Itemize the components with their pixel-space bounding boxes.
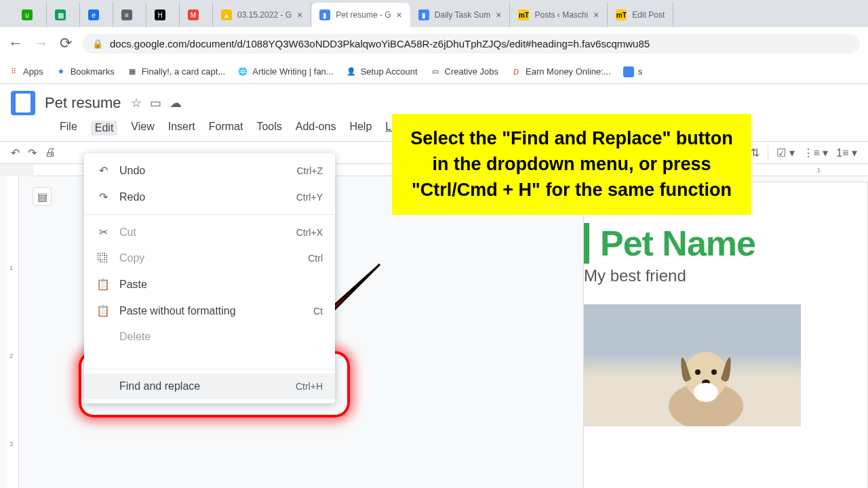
bookmark-creative[interactable]: ▭Creative Jobs xyxy=(430,66,498,77)
close-icon[interactable]: × xyxy=(397,9,402,20)
bookmark-article[interactable]: 🌐Article Writing | fan... xyxy=(237,66,333,77)
url-text: docs.google.com/document/d/1088YQ3W63oND… xyxy=(110,38,650,49)
lock-icon: 🔒 xyxy=(92,39,103,49)
edit-dropdown-menu: ↶ Undo Ctrl+Z ↷ Redo Ctrl+Y ✂ Cut Ctrl+X… xyxy=(84,153,335,403)
tab-edge[interactable]: e xyxy=(80,3,113,27)
menu-help[interactable]: Help xyxy=(349,121,372,136)
undo-icon: ↶ xyxy=(96,164,110,177)
close-icon[interactable]: × xyxy=(496,9,501,20)
print-button[interactable]: 🖨 xyxy=(45,146,56,159)
checklist-button[interactable]: ☑ ▾ xyxy=(776,146,794,159)
close-icon[interactable]: × xyxy=(297,9,302,20)
bookmark-finally[interactable]: ▦Finally!, a card capt... xyxy=(127,66,226,77)
bookmarks-bar: ⠿Apps ★Bookmarks ▦Finally!, a card capt.… xyxy=(0,60,868,84)
menu-format[interactable]: Format xyxy=(209,121,243,136)
tab-drive[interactable]: ▲03.15.2022 - G× xyxy=(213,3,311,27)
close-icon[interactable]: × xyxy=(593,9,599,20)
menu-edit[interactable]: Edit xyxy=(91,121,118,136)
menu-item-cut[interactable]: ✂ Cut Ctrl+X xyxy=(84,219,335,245)
tab-posts[interactable]: mTPosts ‹ Maschi× xyxy=(510,3,608,27)
svg-point-2 xyxy=(695,369,701,375)
line-spacing-button[interactable]: ⇅ xyxy=(751,146,760,159)
tab-label: 03.15.2022 - G xyxy=(237,10,292,20)
address-bar: ← → ⟳ 🔒 docs.google.com/document/d/1088Y… xyxy=(0,27,868,60)
bookmark-setup[interactable]: 👤Setup Account xyxy=(346,66,418,77)
undo-button[interactable]: ↶ xyxy=(11,146,20,159)
tab-generic1[interactable]: ≡ xyxy=(113,3,146,27)
back-button[interactable]: ← xyxy=(8,35,23,52)
docs-logo-icon[interactable] xyxy=(11,91,35,115)
menu-item-find-and-replace[interactable]: Find and replace Ctrl+H xyxy=(84,373,335,399)
tab-pet-resume[interactable]: ▮Pet resume - G× xyxy=(311,3,410,27)
tab-edit-post[interactable]: mTEdit Post xyxy=(608,3,673,27)
document-page[interactable]: Pet Name My best friend xyxy=(583,182,868,488)
forward-button[interactable]: → xyxy=(34,35,49,52)
menu-item-copy[interactable]: ⿻ Copy Ctrl xyxy=(84,245,335,271)
paste-icon: 📋 xyxy=(96,278,110,291)
tab-upwork[interactable]: u xyxy=(14,3,47,27)
tab-label: Daily Task Sum xyxy=(435,10,490,20)
tab-daily-task[interactable]: ▮Daily Task Sum× xyxy=(410,3,511,27)
bulleted-list-button[interactable]: ⋮≡ ▾ xyxy=(803,146,829,159)
reload-button[interactable]: ⟳ xyxy=(60,35,72,52)
star-icon[interactable]: ☆ xyxy=(131,96,142,110)
menu-item-paste-without-formatting[interactable]: 📋 Paste without formatting Ct xyxy=(84,298,335,324)
menu-view[interactable]: View xyxy=(131,121,154,136)
menu-insert[interactable]: Insert xyxy=(168,121,195,136)
page-subheading: My best friend xyxy=(584,266,867,285)
tab-h[interactable]: H xyxy=(146,3,180,27)
menu-addons[interactable]: Add-ons xyxy=(296,121,336,136)
cut-icon: ✂ xyxy=(96,226,110,239)
paste-plain-icon: 📋 xyxy=(96,304,110,317)
instruction-callout: Select the "Find and Replace" button in … xyxy=(392,114,751,215)
redo-button[interactable]: ↷ xyxy=(28,146,37,159)
move-icon[interactable]: ▭ xyxy=(150,96,161,110)
svg-point-5 xyxy=(694,383,718,402)
apps-button[interactable]: ⠿Apps xyxy=(8,66,43,77)
vertical-ruler[interactable]: 1 2 3 xyxy=(7,176,19,488)
menu-tools[interactable]: Tools xyxy=(256,121,281,136)
menu-item-delete[interactable]: Delete xyxy=(84,324,335,350)
document-outline-button[interactable]: ▤ xyxy=(33,187,52,206)
tab-label: Edit Post xyxy=(632,10,665,20)
menu-file[interactable]: File xyxy=(60,121,77,136)
tab-label: Pet resume - G xyxy=(336,10,391,20)
svg-point-3 xyxy=(711,369,717,375)
redo-icon: ↷ xyxy=(96,190,110,203)
pet-image xyxy=(584,304,801,426)
bookmark-earn[interactable]: DEarn Money Online:... xyxy=(511,66,611,77)
tab-label: Posts ‹ Maschi xyxy=(534,10,588,20)
menu-item-redo[interactable]: ↷ Redo Ctrl+Y xyxy=(84,184,335,210)
numbered-list-button[interactable]: 1≡ ▾ xyxy=(836,146,857,159)
menu-item-paste[interactable]: 📋 Paste xyxy=(84,271,335,298)
bookmark-s[interactable]: s xyxy=(623,66,643,77)
bookmarks-button[interactable]: ★Bookmarks xyxy=(56,66,115,77)
cloud-icon[interactable]: ☁ xyxy=(170,96,182,110)
browser-tab-strip: u ▦ e ≡ H M ▲03.15.2022 - G× ▮Pet resume… xyxy=(0,0,868,27)
menu-item-undo[interactable]: ↶ Undo Ctrl+Z xyxy=(84,157,335,184)
tab-sheets[interactable]: ▦ xyxy=(47,3,80,27)
document-title[interactable]: Pet resume xyxy=(45,94,121,112)
tab-gmail[interactable]: M xyxy=(180,3,213,27)
page-heading: Pet Name xyxy=(600,223,867,264)
url-input[interactable]: 🔒 docs.google.com/document/d/1088YQ3W63o… xyxy=(83,34,860,54)
copy-icon: ⿻ xyxy=(96,252,110,264)
